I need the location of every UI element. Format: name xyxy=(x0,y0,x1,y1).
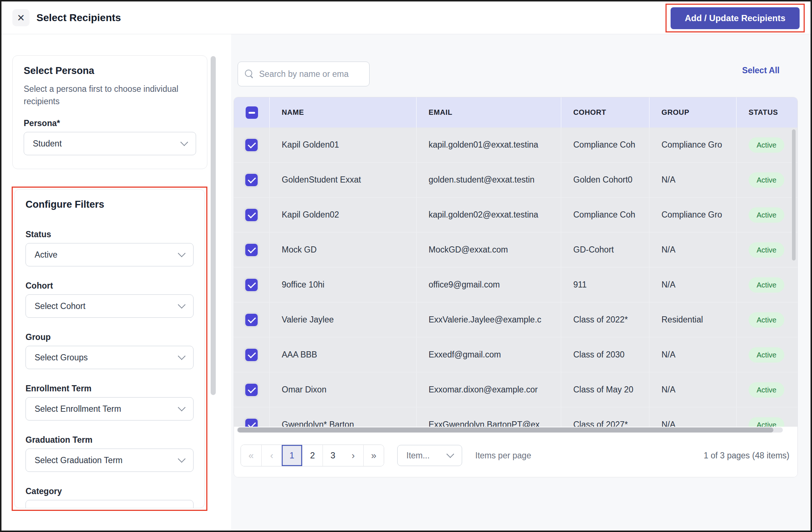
persona-card-description: Select a persona first to choose individ… xyxy=(24,83,196,107)
column-header-status: STATUS xyxy=(736,97,797,128)
chevron-down-icon xyxy=(178,455,186,462)
cell-name: Gwendolyn* Barton xyxy=(269,407,416,427)
search-input[interactable] xyxy=(259,69,363,79)
row-checkbox[interactable] xyxy=(245,314,258,326)
filter-label: Status xyxy=(26,230,194,239)
select-all-checkbox[interactable] xyxy=(246,106,258,119)
chevron-down-icon xyxy=(178,249,186,257)
items-per-page-select[interactable]: Item... xyxy=(397,445,462,466)
persona-select[interactable]: Student xyxy=(24,132,196,155)
table-header-row: NAME EMAIL COHORT GROUP STATUS xyxy=(234,97,797,128)
close-button[interactable]: ✕ xyxy=(12,9,30,26)
pagination: « ‹ 1 2 3 › » xyxy=(241,445,384,466)
chevron-down-icon xyxy=(178,352,186,360)
filter-field: Status Active xyxy=(26,230,194,266)
filter-select[interactable]: Select Enrollment Term xyxy=(26,397,194,420)
row-checkbox[interactable] xyxy=(245,244,258,256)
cell-cohort: 911 xyxy=(561,267,649,302)
column-header-cohort: COHORT xyxy=(561,97,649,128)
filter-select[interactable]: Select Groups xyxy=(26,346,194,369)
page-title: Select Recipients xyxy=(36,1,121,34)
filter-select[interactable]: Select Cohort xyxy=(26,294,194,318)
cell-email: kapil.golden01@exxat.testina xyxy=(416,128,561,162)
add-update-recipients-button[interactable]: Add / Update Recipients xyxy=(671,7,800,29)
modal-frame: ✕ Select Recipients Add / Update Recipie… xyxy=(0,0,812,532)
table-row: Valerie Jaylee ExxValerie.Jaylee@example… xyxy=(234,302,797,337)
select-all-link[interactable]: Select All xyxy=(742,66,780,75)
last-page-button[interactable]: » xyxy=(363,445,384,466)
cell-email: office9@gmail.com xyxy=(416,267,561,302)
items-per-page-value: Item... xyxy=(406,451,448,461)
status-badge: Active xyxy=(749,277,784,293)
row-checkbox[interactable] xyxy=(245,419,258,427)
cell-group: Compliance Gro xyxy=(649,197,736,232)
filter-select[interactable]: Select Category xyxy=(26,500,194,508)
page-number-button[interactable]: 1 xyxy=(282,445,302,466)
cell-group: Compliance Gro xyxy=(649,128,736,162)
page-number-button[interactable]: 3 xyxy=(323,445,343,466)
filter-select-value: Select Enrollment Term xyxy=(35,404,179,414)
cell-name: GoldenStudent Exxat xyxy=(269,163,416,197)
filter-label: Group xyxy=(26,332,194,342)
row-checkbox[interactable] xyxy=(245,174,258,186)
table-row: 9office 10hi office9@gmail.com 911 N/A A… xyxy=(234,267,797,302)
status-badge: Active xyxy=(749,347,784,363)
main-panel: Select All NAME EMAIL COHORT GROUP STATU… xyxy=(231,34,811,531)
cell-name: Kapil Golden01 xyxy=(269,128,416,162)
table-row: Kapil Golden01 kapil.golden01@exxat.test… xyxy=(234,128,797,163)
row-checkbox[interactable] xyxy=(245,209,258,221)
next-page-button[interactable]: › xyxy=(343,445,363,466)
cell-group: N/A xyxy=(649,337,736,372)
search-box[interactable] xyxy=(238,62,370,86)
filter-select-value: Select Category xyxy=(35,507,179,509)
filter-field: Category Select Category xyxy=(26,486,194,508)
row-checkbox[interactable] xyxy=(245,139,258,151)
previous-page-button[interactable]: ‹ xyxy=(261,445,282,466)
row-checkbox[interactable] xyxy=(245,384,258,396)
persona-card-title: Select Persona xyxy=(24,65,196,81)
table-row: AAA BBB Exxedf@gmail.com Class of 2030 N… xyxy=(234,337,797,372)
cell-email: ExxValerie.Jaylee@example.c xyxy=(416,302,561,337)
filter-field: Enrollment Term Select Enrollment Term xyxy=(26,384,194,420)
cell-group: N/A xyxy=(649,267,736,302)
cell-cohort: Class of May 20 xyxy=(561,372,649,407)
filter-select-value: Select Groups xyxy=(35,353,179,363)
cell-group: N/A xyxy=(649,163,736,197)
table-row: Kapil Golden02 kapil.golden02@exxat.test… xyxy=(234,197,797,232)
cell-email: Exxedf@gmail.com xyxy=(416,337,561,372)
cell-group: N/A xyxy=(649,407,736,427)
row-checkbox[interactable] xyxy=(245,279,258,291)
cell-email: kapil.golden02@exxat.testina xyxy=(416,197,561,232)
filter-fields: Status Active Cohort Select Cohort Group… xyxy=(26,230,194,508)
table-horizontal-scrollbar[interactable] xyxy=(238,427,773,433)
page-number-button[interactable]: 2 xyxy=(302,445,323,466)
filter-select[interactable]: Active xyxy=(26,243,194,266)
pagination-summary: 1 of 3 pages (48 items) xyxy=(704,451,789,461)
cell-email: Exxomar.dixon@example.cor xyxy=(416,372,561,407)
cell-email: MockGD@exxat.com xyxy=(416,232,561,267)
cell-name: 9office 10hi xyxy=(269,267,416,302)
row-checkbox[interactable] xyxy=(245,349,258,361)
table-vertical-scrollbar[interactable] xyxy=(792,129,796,261)
filter-select[interactable]: Select Graduation Term xyxy=(26,449,194,472)
persona-select-value: Student xyxy=(33,139,181,149)
items-per-page-label: Items per page xyxy=(475,451,531,461)
status-badge: Active xyxy=(749,242,784,258)
status-badge: Active xyxy=(749,382,784,398)
filter-select-value: Select Cohort xyxy=(35,301,179,311)
first-page-button[interactable]: « xyxy=(241,445,261,466)
configure-filters-highlight-box: Configure Filters Status Active Cohort S… xyxy=(12,187,207,511)
chevron-down-icon xyxy=(178,301,186,308)
cell-name: AAA BBB xyxy=(269,337,416,372)
status-badge: Active xyxy=(749,417,784,427)
chevron-down-icon xyxy=(180,138,188,146)
cell-group: N/A xyxy=(649,232,736,267)
filter-select-value: Select Graduation Term xyxy=(35,455,179,465)
filter-field: Graduation Term Select Graduation Term xyxy=(26,435,194,472)
sidebar-scrollbar[interactable] xyxy=(211,56,216,395)
cell-name: Valerie Jaylee xyxy=(269,302,416,337)
top-bar: ✕ Select Recipients Add / Update Recipie… xyxy=(1,1,811,34)
search-icon xyxy=(245,69,254,79)
chevron-down-icon xyxy=(178,403,186,411)
table-body: Kapil Golden01 kapil.golden01@exxat.test… xyxy=(234,128,797,427)
